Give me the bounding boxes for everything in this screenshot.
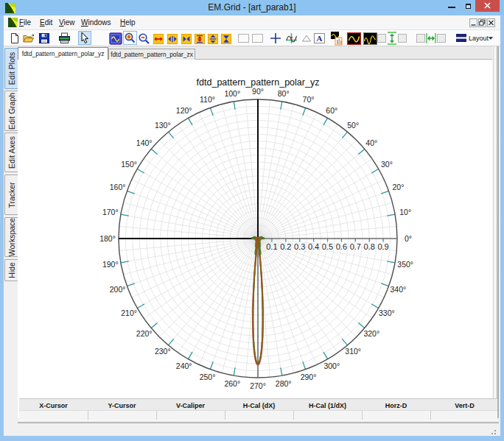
svg-text:0.6: 0.6 [336,242,347,251]
svg-text:340°: 340° [391,285,407,294]
svg-text:10°: 10° [399,208,411,216]
svg-text:30°: 30° [381,160,393,169]
svg-text:230°: 230° [155,347,171,356]
svg-text:300°: 300° [323,361,340,370]
svg-text:150°: 150° [121,160,137,169]
svg-text:0.8: 0.8 [364,242,375,251]
svg-text:310°: 310° [345,347,361,356]
svg-text:0.2: 0.2 [280,242,291,251]
svg-text:0.1: 0.1 [266,242,277,251]
svg-text:fdtd_pattern_pattern_polar_yz: fdtd_pattern_pattern_polar_yz [197,77,320,88]
svg-text:250°: 250° [200,373,216,381]
svg-text:0.9: 0.9 [377,242,388,251]
svg-text:190°: 190° [102,260,119,269]
svg-text:200°: 200° [110,285,126,294]
svg-text:40°: 40° [365,138,377,147]
svg-text:290°: 290° [301,373,317,381]
svg-text:0.4: 0.4 [308,242,319,251]
svg-text:90°: 90° [252,87,264,96]
svg-text:320°: 320° [363,329,379,338]
svg-text:0.5: 0.5 [322,242,333,251]
svg-text:80°: 80° [278,89,290,98]
svg-text:A: A [317,34,323,43]
svg-text:350°: 350° [397,260,413,269]
svg-text:160°: 160° [110,183,126,191]
svg-text:60°: 60° [326,106,337,115]
svg-text:170°: 170° [102,208,119,216]
svg-text:240°: 240° [176,361,192,370]
svg-text:120°: 120° [176,106,192,115]
svg-text:220°: 220° [136,329,153,338]
svg-text:20°: 20° [392,183,404,191]
svg-text:140°: 140° [136,138,153,147]
svg-text:110°: 110° [200,95,215,104]
svg-text:210°: 210° [121,308,137,317]
svg-text:70°: 70° [303,95,315,104]
svg-text:260°: 260° [224,379,240,388]
svg-text:50°: 50° [347,121,359,130]
svg-text:0.7: 0.7 [350,242,361,251]
svg-text:130°: 130° [155,121,171,130]
svg-text:100°: 100° [224,89,240,98]
svg-text:180°: 180° [99,234,116,243]
svg-text:270°: 270° [250,381,266,390]
svg-text:330°: 330° [379,308,395,317]
svg-text:280°: 280° [276,379,292,388]
svg-text:0.3: 0.3 [294,242,305,251]
svg-text:0°: 0° [405,234,412,243]
